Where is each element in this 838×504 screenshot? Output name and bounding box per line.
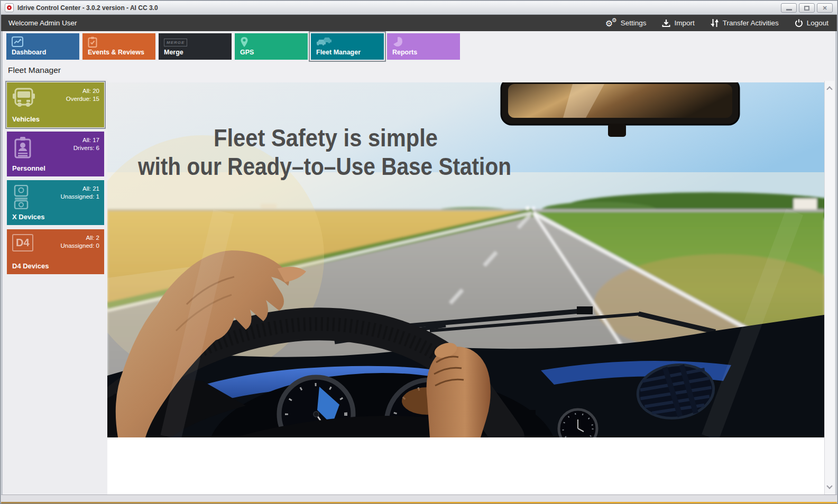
app-window: Idrive Control Center - 3.0.2 version - … — [0, 0, 838, 504]
close-button[interactable]: ✕ — [817, 3, 833, 13]
app-icon — [5, 3, 14, 12]
tab-events-reviews[interactable]: Events & Reviews — [82, 33, 155, 60]
welcome-text: Welcome Admin User — [8, 19, 77, 27]
tab-gps[interactable]: GPS — [235, 33, 308, 60]
window-title: Idrive Control Center - 3.0.2 version - … — [17, 4, 158, 12]
map-pin-icon — [240, 36, 253, 47]
tab-merge[interactable]: MERGE Merge — [159, 33, 232, 60]
top-toolbar: Welcome Admin User ⚙⚙ Settings Import Tr… — [1, 15, 837, 31]
card-stats: All: 17 Drivers: 6 — [73, 136, 99, 152]
id-badge-icon — [12, 136, 33, 162]
tab-dashboard[interactable]: Dashboard — [6, 33, 79, 60]
maximize-icon — [804, 6, 809, 11]
logout-button[interactable]: Logout — [795, 19, 828, 27]
fleet-cars-icon — [316, 36, 329, 47]
svg-text:with our Ready–to–Use Base Sta: with our Ready–to–Use Base Station — [137, 153, 511, 180]
scroll-up-icon[interactable] — [826, 86, 832, 92]
bottom-accent-strip — [1, 502, 837, 504]
transfer-arrows-icon — [711, 18, 719, 27]
fleet-sidebar: All: 20 Overdue: 15 Vehicles All: 17 Dri… — [3, 79, 107, 493]
d4-icon: D4 — [12, 234, 33, 251]
settings-button[interactable]: ⚙⚙ Settings — [605, 18, 647, 28]
device-icon — [12, 185, 30, 211]
settings-label: Settings — [621, 19, 647, 27]
driving-scene-image: 40 50 100 120 140 — [107, 82, 824, 437]
import-button[interactable]: Import — [662, 19, 694, 27]
import-label: Import — [674, 19, 694, 27]
title-bar[interactable]: Idrive Control Center - 3.0.2 version - … — [1, 1, 837, 15]
tab-fleet-manager[interactable]: Fleet Manager — [311, 33, 384, 60]
vertical-scrollbar[interactable] — [824, 81, 834, 494]
card-stats: All: 2 Unassigned: 0 — [60, 234, 99, 250]
sidebar-card-vehicles[interactable]: All: 20 Overdue: 15 Vehicles — [7, 82, 104, 127]
module-tab-bar: Dashboard Events & Reviews MERGE Merge G… — [3, 31, 835, 63]
transfer-activities-label: Transfer Activities — [723, 19, 779, 27]
transfer-activities-button[interactable]: Transfer Activities — [711, 18, 779, 27]
sidebar-card-personnel[interactable]: All: 17 Drivers: 6 Personnel — [7, 132, 104, 176]
sidebar-card-d4-devices[interactable]: D4 All: 2 Unassigned: 0 D4 Devices — [7, 229, 104, 274]
download-icon — [662, 19, 670, 27]
scroll-down-icon[interactable] — [826, 483, 832, 489]
bus-icon — [12, 87, 35, 111]
sidebar-card-x-devices[interactable]: All: 21 Unassigned: 1 X Devices — [7, 180, 104, 225]
tab-reports[interactable]: Reports — [387, 33, 460, 60]
close-icon: ✕ — [822, 5, 827, 12]
minimize-icon — [786, 9, 792, 11]
gears-icon: ⚙⚙ — [605, 18, 617, 28]
pie-chart-icon — [392, 36, 405, 47]
card-stats: All: 20 Overdue: 15 — [66, 87, 99, 103]
line-chart-icon — [12, 36, 24, 47]
power-icon — [795, 19, 803, 27]
status-bar — [1, 494, 837, 502]
window-controls: ✕ — [781, 3, 833, 13]
logout-label: Logout — [807, 19, 828, 27]
clipboard-check-icon — [88, 36, 100, 47]
card-stats: All: 21 Unassigned: 1 — [60, 185, 99, 201]
page-title: Fleet Manager — [8, 66, 61, 75]
clock-gauge — [559, 409, 597, 437]
content-area — [107, 437, 824, 494]
merge-icon: MERGE — [164, 36, 187, 47]
fleet-safety-banner: 40 50 100 120 140 — [107, 82, 824, 437]
minimize-button[interactable] — [781, 3, 797, 13]
toolbar-actions: ⚙⚙ Settings Import Transfer Activities — [605, 18, 828, 28]
maximize-button[interactable] — [799, 3, 815, 13]
svg-text:Fleet Safety is simple: Fleet Safety is simple — [214, 124, 438, 152]
